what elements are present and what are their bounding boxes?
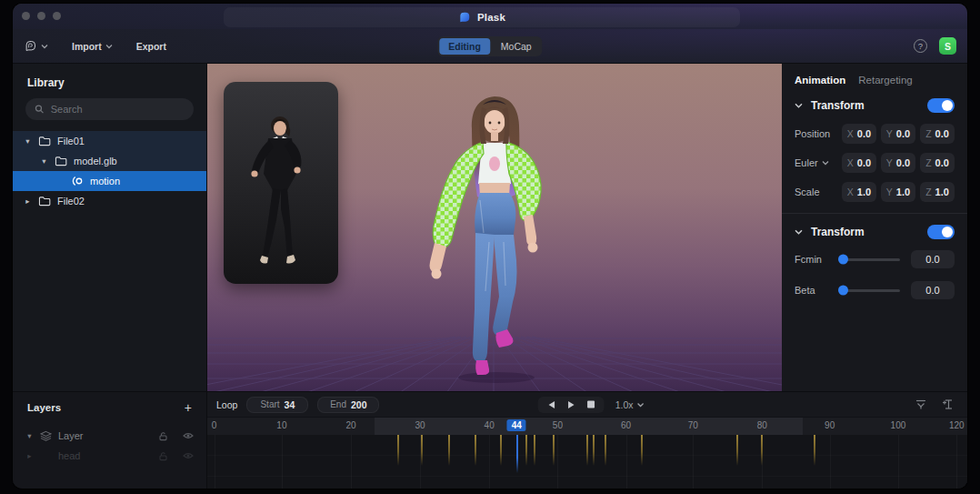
- keyframe-marker[interactable]: [397, 435, 399, 466]
- scale-z-field[interactable]: Z1.0: [920, 182, 955, 202]
- search-box[interactable]: [25, 98, 194, 120]
- ruler-tick-label: 70: [688, 420, 698, 430]
- keyframe-marker[interactable]: [500, 435, 502, 466]
- euler-x-field[interactable]: X0.0: [842, 153, 876, 173]
- current-frame-badge[interactable]: 44: [507, 419, 526, 431]
- keyframe-marker[interactable]: [534, 435, 535, 466]
- position-y-field[interactable]: Y0.0: [881, 124, 915, 144]
- transform-section-header[interactable]: Transform: [795, 98, 955, 113]
- tree-item-label: File01: [57, 136, 85, 146]
- playback-speed-dropdown[interactable]: 1.0x: [615, 399, 645, 410]
- caret-down-icon[interactable]: ▾: [25, 431, 34, 440]
- scale-y-field[interactable]: Y1.0: [881, 182, 915, 202]
- close-window-button[interactable]: [22, 12, 30, 20]
- toolbar: Import Export Editing MoCap ? S: [13, 29, 967, 64]
- help-button[interactable]: ?: [914, 39, 927, 53]
- keyframe-marker[interactable]: [814, 435, 815, 466]
- chevron-down-icon: [637, 402, 645, 408]
- search-input[interactable]: [51, 104, 185, 115]
- scale-x-field[interactable]: X1.0: [842, 182, 876, 202]
- section-divider: [782, 213, 967, 214]
- keyframe-marker[interactable]: [448, 435, 450, 466]
- app-menu-button[interactable]: [24, 39, 48, 53]
- import-button[interactable]: Import: [72, 41, 113, 52]
- filter-keyframes-icon[interactable]: [915, 398, 927, 410]
- tab-mocap[interactable]: MoCap: [492, 38, 541, 55]
- ruler-tick-label: 30: [415, 420, 425, 430]
- position-x-field[interactable]: X0.0: [842, 124, 876, 144]
- tab-animation[interactable]: Animation: [795, 75, 845, 86]
- unlock-icon[interactable]: [158, 451, 168, 461]
- inspector-panel: Animation Retargeting Transform Position…: [782, 64, 967, 391]
- keyframe-marker[interactable]: [525, 435, 527, 466]
- tab-editing[interactable]: Editing: [439, 38, 490, 55]
- ruler-tick-label: 60: [621, 420, 631, 430]
- section-title: Transform: [811, 226, 927, 238]
- layers-title: Layers: [27, 402, 61, 413]
- slider-label: Beta: [795, 285, 840, 296]
- caret-down-icon[interactable]: ▾: [40, 156, 48, 166]
- euler-z-field[interactable]: Z0.0: [920, 153, 955, 173]
- visibility-eye-icon[interactable]: [183, 431, 194, 440]
- keyframe-marker[interactable]: [736, 435, 738, 466]
- keyframe-marker[interactable]: [586, 435, 588, 466]
- fcmin-slider[interactable]: [840, 258, 900, 261]
- grid-line: [351, 435, 352, 489]
- transform-section-header-2[interactable]: Transform: [795, 225, 955, 239]
- traffic-lights[interactable]: [22, 12, 61, 20]
- mode-switcher: Editing MoCap: [437, 36, 542, 56]
- avatar[interactable]: S: [939, 37, 956, 55]
- euler-y-field[interactable]: Y0.0: [881, 153, 915, 173]
- fcmin-row: Fcmin 0.0: [795, 250, 955, 268]
- keyframe-marker[interactable]: [761, 435, 763, 466]
- loop-start-input[interactable]: Start 34: [246, 397, 308, 413]
- grid-line: [956, 435, 957, 489]
- plask-outline-logo-icon: [24, 39, 37, 53]
- ruler-tick-label: 40: [485, 420, 495, 430]
- viewport-3d[interactable]: [207, 64, 782, 391]
- stop-button[interactable]: [587, 400, 595, 408]
- tree-item-motion[interactable]: motion: [13, 171, 206, 191]
- keyframe-marker[interactable]: [553, 435, 555, 466]
- keyframe-marker[interactable]: [593, 435, 595, 466]
- step-back-button[interactable]: [547, 400, 556, 409]
- caret-right-icon[interactable]: ▸: [25, 451, 34, 460]
- caret-down-icon[interactable]: ▾: [24, 136, 32, 146]
- keyframe-marker[interactable]: [475, 435, 476, 466]
- row-label[interactable]: Euler: [795, 157, 842, 168]
- beta-value[interactable]: 0.0: [911, 281, 955, 299]
- tab-retargeting[interactable]: Retargeting: [858, 75, 912, 86]
- ruler-tick-label: 10: [276, 420, 286, 430]
- zoom-window-button[interactable]: [53, 12, 61, 20]
- search-icon: [35, 104, 45, 115]
- layer-row[interactable]: ▸ head: [13, 446, 206, 466]
- play-button[interactable]: [567, 400, 576, 409]
- caret-right-icon[interactable]: ▸: [24, 197, 32, 206]
- add-layer-button[interactable]: +: [185, 403, 192, 412]
- loop-toggle[interactable]: Loop: [216, 399, 237, 410]
- export-button[interactable]: Export: [136, 41, 166, 52]
- chevron-down-icon: [795, 103, 803, 108]
- keyframe-marker[interactable]: [641, 435, 643, 466]
- unlock-icon[interactable]: [158, 431, 168, 441]
- timeline-ruler[interactable]: 44 0102030405060708090100120: [207, 418, 967, 435]
- position-z-field[interactable]: Z0.0: [920, 124, 955, 144]
- fcmin-value[interactable]: 0.0: [911, 250, 955, 268]
- playhead[interactable]: [516, 435, 518, 473]
- keyframe-marker[interactable]: [421, 435, 423, 466]
- beta-slider[interactable]: [840, 289, 900, 292]
- insert-frame-icon[interactable]: [942, 398, 955, 410]
- tree-item-file01[interactable]: ▾File01: [13, 131, 206, 151]
- minimize-window-button[interactable]: [37, 12, 45, 20]
- reference-preview-card[interactable]: [224, 82, 338, 284]
- transform-toggle[interactable]: [927, 98, 955, 113]
- grid-line: [830, 435, 831, 489]
- layer-row[interactable]: ▾ Layer: [13, 426, 206, 446]
- tree-item-model-glb[interactable]: ▾model.glb: [13, 151, 206, 171]
- loop-end-input[interactable]: End 200: [317, 397, 379, 413]
- keyframe-marker[interactable]: [605, 435, 606, 466]
- visibility-eye-icon[interactable]: [183, 451, 194, 460]
- transform-toggle-2[interactable]: [927, 225, 955, 239]
- tree-item-file02[interactable]: ▸File02: [13, 191, 206, 211]
- timeline-tracks[interactable]: [207, 435, 967, 489]
